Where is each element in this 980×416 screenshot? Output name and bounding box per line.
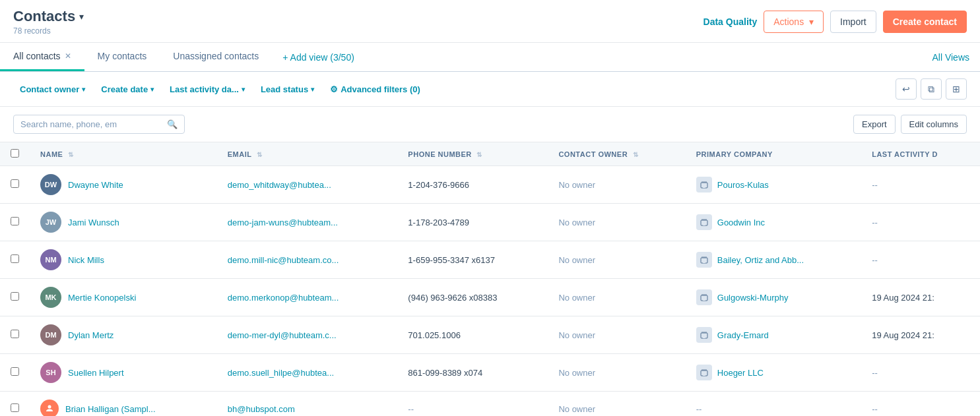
contact-name-link[interactable]: Nick Mills: [68, 255, 104, 265]
owner-sort-icon[interactable]: ⇅: [633, 151, 639, 158]
contact-email-link[interactable]: demo-jam-wuns@hubteam...: [228, 218, 338, 227]
data-quality-link[interactable]: Data Quality: [703, 16, 758, 27]
add-view-button[interactable]: + Add view (3/50): [272, 43, 365, 71]
phone-sort-icon[interactable]: ⇅: [476, 151, 482, 158]
import-button[interactable]: Import: [830, 11, 876, 33]
activity-dash: --: [872, 180, 878, 190]
last-activity-caret-icon: ▾: [242, 86, 245, 93]
copy-button[interactable]: ⧉: [921, 78, 942, 100]
email-sort-icon[interactable]: ⇅: [257, 151, 263, 158]
svg-rect-5: [702, 219, 707, 220]
primary-company-cell: Bailey, Ortiz and Abb...: [686, 241, 861, 279]
svg-point-18: [48, 405, 51, 409]
contact-email-link[interactable]: demo.suell_hilpe@hubteа...: [228, 368, 334, 378]
row-checkbox[interactable]: [11, 367, 19, 376]
row-checkbox[interactable]: [11, 292, 19, 301]
company-name-link[interactable]: Gulgowski-Murphy: [717, 293, 789, 303]
contact-phone-cell: 701.025.1006: [397, 316, 548, 354]
actions-button[interactable]: Actions ▾: [764, 11, 824, 33]
contacts-table: NAME ⇅ EMAIL ⇅ PHONE NUMBER ⇅ CONTACT OW…: [0, 142, 980, 416]
contact-name-link[interactable]: Jami Wunsch: [68, 218, 119, 227]
advanced-filters-button[interactable]: ⚙ Advanced filters (0): [323, 80, 427, 98]
contact-name-cell: SHSuellen Hilpert: [30, 354, 217, 392]
create-date-filter-label: Create date: [101, 84, 148, 94]
contact-owner-cell: No owner: [548, 392, 685, 417]
title-dropdown-icon[interactable]: ▾: [79, 11, 84, 22]
svg-rect-4: [703, 222, 705, 225]
select-all-checkbox[interactable]: [11, 149, 19, 158]
contact-owner-caret-icon: ▾: [82, 86, 85, 93]
activity-dash: --: [872, 368, 878, 378]
edit-columns-button[interactable]: Edit columns: [901, 115, 967, 134]
create-contact-button[interactable]: Create contact: [883, 11, 967, 33]
contact-name-link[interactable]: Mertie Konopelski: [68, 293, 136, 303]
tab-unassigned-contacts[interactable]: Unassigned contacts: [160, 43, 272, 71]
company-icon: [696, 365, 712, 380]
contact-name-cell: DWDwayne White: [30, 166, 217, 204]
company-name-link[interactable]: Goodwin Inc: [717, 218, 765, 227]
no-owner-label: No owner: [558, 180, 595, 190]
contact-avatar: DM: [40, 324, 61, 345]
company-icon: [696, 289, 712, 305]
contact-owner-cell: No owner: [548, 204, 685, 241]
create-date-filter[interactable]: Create date ▾: [94, 80, 160, 98]
contact-email-cell: demo-mer-dyl@hubteam.c...: [217, 316, 398, 354]
all-views-link[interactable]: All Views: [921, 43, 980, 71]
contact-avatar: JW: [40, 212, 61, 233]
company-icon: [696, 214, 712, 230]
contact-name-link[interactable]: Suellen Hilpert: [68, 368, 124, 378]
tab-all-contacts[interactable]: All contacts ✕: [0, 43, 84, 71]
no-owner-label: No owner: [558, 255, 595, 265]
last-activity-cell: --: [861, 204, 980, 241]
no-owner-label: No owner: [558, 218, 595, 227]
row-checkbox[interactable]: [11, 217, 19, 225]
row-checkbox[interactable]: [11, 179, 19, 188]
contact-name-link[interactable]: Dylan Mertz: [68, 330, 114, 340]
contact-avatar: DW: [40, 174, 61, 195]
table-header-row: NAME ⇅ EMAIL ⇅ PHONE NUMBER ⇅ CONTACT OW…: [0, 142, 980, 166]
row-checkbox[interactable]: [11, 330, 19, 338]
contact-email-link[interactable]: demo.mill-nic@hubteam.co...: [228, 255, 339, 265]
company-name-link[interactable]: Hoeger LLC: [717, 368, 764, 378]
contact-email-cell: demo.merkonop@hubteam...: [217, 279, 398, 316]
export-button[interactable]: Export: [853, 115, 896, 134]
table-row: Brian Halligan (Sampl...bh@hubspot.com--…: [0, 392, 980, 417]
col-name: NAME ⇅: [30, 142, 217, 166]
lead-status-filter[interactable]: Lead status ▾: [254, 80, 321, 98]
company-icon: [696, 327, 712, 343]
undo-button[interactable]: ↩: [896, 78, 917, 100]
advanced-filters-icon: ⚙: [330, 84, 338, 94]
contact-email-cell: demo-jam-wuns@hubteam...: [217, 204, 398, 241]
contact-name-link[interactable]: Brian Halligan (Sampl...: [65, 404, 156, 414]
row-checkbox-cell: [0, 204, 30, 241]
contact-email-link[interactable]: demo-mer-dyl@hubteam.c...: [228, 330, 337, 340]
tab-all-contacts-close-icon[interactable]: ✕: [65, 51, 71, 61]
contact-email-link[interactable]: demo_whitdway@hubteа...: [228, 180, 331, 190]
company-name-link[interactable]: Pouros-Kulas: [717, 180, 769, 190]
svg-rect-17: [702, 369, 707, 371]
name-sort-icon[interactable]: ⇅: [68, 151, 74, 158]
contact-name-cell: Brian Halligan (Sampl...: [30, 392, 217, 417]
table-row: SHSuellen Hilpertdemo.suell_hilpe@hubteа…: [0, 354, 980, 392]
last-activity-filter[interactable]: Last activity da... ▾: [163, 80, 251, 98]
title-area: Contacts ▾ 78 records: [13, 8, 84, 36]
contact-name-link[interactable]: Dwayne White: [68, 180, 123, 190]
row-checkbox[interactable]: [11, 403, 19, 412]
company-name-link[interactable]: Grady-Emard: [717, 330, 769, 340]
contact-owner-cell: No owner: [548, 241, 685, 279]
search-input[interactable]: [20, 119, 162, 129]
search-wrap[interactable]: 🔍: [13, 115, 185, 134]
contact-email-link[interactable]: bh@hubspot.com: [228, 404, 295, 414]
tab-my-contacts[interactable]: My contacts: [84, 43, 160, 71]
header-actions: Data Quality Actions ▾ Import Create con…: [703, 11, 967, 33]
company-name-link[interactable]: Bailey, Ortiz and Abb...: [717, 255, 804, 265]
contact-email-link[interactable]: demo.merkonop@hubteam...: [228, 293, 339, 303]
contact-owner-filter[interactable]: Contact owner ▾: [13, 80, 92, 98]
svg-rect-1: [703, 185, 705, 188]
row-checkbox[interactable]: [11, 254, 19, 263]
col-email: EMAIL ⇅: [217, 142, 398, 166]
create-date-caret-icon: ▾: [150, 86, 154, 93]
layout-button[interactable]: ⊞: [946, 78, 967, 100]
tabs-bar: All contacts ✕ My contacts Unassigned co…: [0, 43, 980, 72]
contact-owner-cell: No owner: [548, 354, 685, 392]
